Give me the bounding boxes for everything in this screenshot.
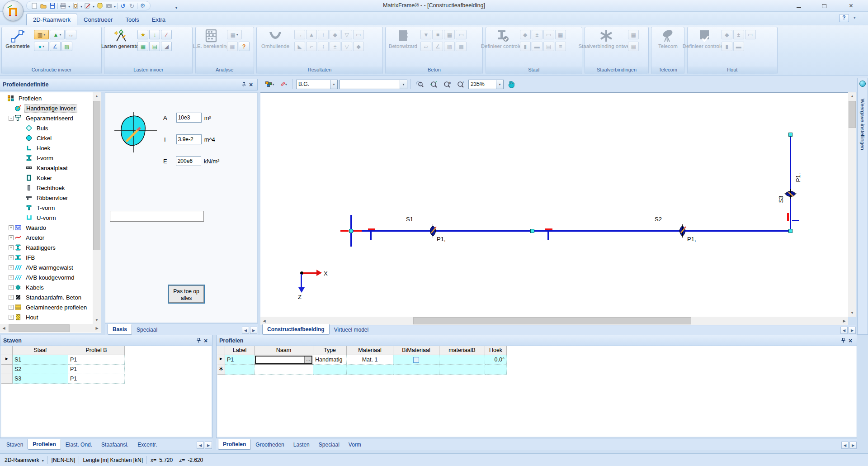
tab-construeer[interactable]: Construeer — [77, 14, 119, 26]
zoom-window-button[interactable] — [414, 79, 426, 90]
e-input[interactable] — [176, 156, 201, 166]
tree-item-rechthoek[interactable]: Rechthoek — [0, 183, 92, 193]
combo-dropdown-icon[interactable] — [400, 80, 407, 89]
member-s3-line[interactable] — [790, 135, 791, 231]
support-button[interactable] — [50, 30, 65, 39]
help-button[interactable]: ? — [839, 14, 849, 22]
tab-scroll-right-icon[interactable]: ▶ — [849, 442, 857, 449]
tab-speciaal-2[interactable]: Speciaal — [314, 440, 344, 450]
tab-scroll-right-icon[interactable]: ▶ — [205, 442, 212, 449]
close-panel-icon[interactable] — [847, 337, 854, 344]
zoom-level-combo[interactable]: 235% — [468, 80, 504, 89]
member-s1-s2-line[interactable] — [351, 230, 791, 232]
drawing-canvas[interactable]: S1 P1, S2 P1, S3 P1, X Z — [260, 92, 848, 317]
profile-select-button[interactable] — [34, 30, 49, 39]
tab-tools[interactable]: Tools — [119, 14, 145, 26]
tab-grootheden[interactable]: Grootheden — [251, 440, 288, 450]
close-panel-icon[interactable] — [247, 81, 255, 88]
tree-item-cirkel[interactable]: Cirkel — [0, 133, 92, 143]
hout-profile-button[interactable] — [745, 30, 756, 39]
tab-basis[interactable]: Basis — [108, 324, 132, 335]
expand-icon[interactable] — [9, 285, 14, 290]
connection-type2-button[interactable] — [628, 42, 639, 51]
table-row[interactable]: S2 P1 — [1, 365, 211, 374]
a-input[interactable] — [176, 113, 202, 123]
bimateriaal-checkbox[interactable] — [413, 357, 419, 363]
pin-icon[interactable] — [240, 81, 247, 88]
table-row[interactable]: S3 P1 — [1, 374, 211, 384]
le-berekening-button[interactable]: L.E. berekening — [197, 28, 225, 49]
expand-icon[interactable] — [9, 305, 14, 310]
tab-virtueel-model[interactable]: Virtueel model — [330, 325, 373, 335]
profile-marker-s1[interactable] — [429, 226, 436, 236]
staalverbinding-ontwerp-button[interactable]: Staalverbinding ontwerp — [586, 28, 626, 49]
tab-excentr[interactable]: Excentr. — [133, 440, 161, 450]
tree-item-waardo[interactable]: Waardo — [0, 223, 92, 233]
beton-angle-button[interactable] — [432, 42, 443, 51]
table-new-row[interactable] — [217, 365, 856, 375]
canvas-horizontal-scrollbar[interactable]: ◀ ▶ — [260, 317, 848, 325]
canvas-vscroll-thumb[interactable] — [849, 101, 856, 128]
tree-item-kabels[interactable]: Kabels — [0, 282, 92, 292]
result-displacement-button[interactable] — [294, 30, 305, 39]
beton-mesh-button[interactable] — [444, 42, 455, 51]
combo-dropdown-icon[interactable] — [496, 80, 503, 89]
redline-tool-button[interactable]: ✎ — [278, 79, 289, 90]
scroll-right-icon[interactable]: ▶ — [840, 317, 848, 325]
node[interactable] — [788, 229, 793, 233]
display-options-button[interactable] — [264, 79, 276, 90]
tab-scroll-left-icon[interactable]: ◀ — [197, 442, 204, 449]
staal-buckling-button[interactable] — [520, 30, 531, 39]
node-button[interactable] — [34, 42, 49, 51]
result-moment-button[interactable] — [306, 30, 317, 39]
tree-item-gelamineerde-profielen[interactable]: Gelamineerde profielen — [0, 302, 92, 312]
canvas-hscroll-thumb[interactable] — [413, 317, 691, 324]
beton-reinforce-button[interactable] — [444, 30, 455, 39]
hout-column-button[interactable] — [722, 42, 732, 51]
staal-chart-button[interactable] — [532, 42, 542, 51]
staal-profile-button[interactable] — [543, 30, 554, 39]
plate-button[interactable] — [61, 42, 72, 51]
scroll-up-icon[interactable]: ▲ — [848, 92, 856, 100]
result-normal-button[interactable] — [330, 30, 340, 39]
tab-elast-ond[interactable]: Elast. Ond. — [61, 440, 97, 450]
betonwizard-button[interactable]: Betonwizard — [387, 28, 419, 49]
expand-icon[interactable] — [9, 295, 14, 300]
line-load-button[interactable] — [161, 30, 172, 39]
tab-constructieafbeelding[interactable]: Constructieafbeelding — [262, 324, 330, 335]
tab-staafaansl[interactable]: Staafaansl. — [97, 440, 133, 450]
pin-icon[interactable] — [840, 337, 847, 344]
weergave-instellingen-strip[interactable]: Weergave-instellingen — [857, 78, 868, 335]
beton-check-button[interactable] — [420, 30, 431, 39]
result-envelope-button[interactable] — [353, 42, 364, 51]
scroll-left-icon[interactable]: ◀ — [0, 324, 8, 333]
browse-ellipsis-button[interactable]: ... — [304, 357, 311, 363]
status-mode-dropdown[interactable]: 2D-Raamwerk — [5, 457, 44, 463]
staal-definieer-controles-button[interactable]: Definieer controles — [487, 28, 518, 49]
tab-vorm[interactable]: Vorm — [344, 440, 366, 450]
zoom-plus-button[interactable]: + — [455, 79, 467, 90]
close-button[interactable] — [841, 0, 861, 12]
tree-item-handmatige-invoer[interactable]: Handmatige invoer — [0, 103, 92, 113]
tab-speciaal[interactable]: Speciaal — [132, 325, 162, 335]
combo-dropdown-icon[interactable] — [330, 80, 337, 89]
hout-definieer-controles-button[interactable]: Definieer controles — [689, 28, 720, 49]
result-stress-button[interactable] — [353, 30, 364, 39]
staal-report-button[interactable] — [555, 42, 566, 51]
application-menu-button[interactable] — [3, 0, 24, 21]
result-rotation-button[interactable] — [306, 42, 317, 51]
tree-item-buis[interactable]: Buis — [0, 123, 92, 133]
expand-icon[interactable] — [9, 235, 14, 240]
tree-hscroll-thumb[interactable] — [9, 324, 70, 332]
tree-item-kanaalplaat[interactable]: Kanaalplaat — [0, 163, 92, 173]
node[interactable] — [349, 229, 353, 233]
tab-scroll-left-icon[interactable]: ◀ — [841, 442, 849, 449]
node[interactable] — [788, 133, 793, 137]
tree-item-standaardafm-beton[interactable]: Standaardafm. Beton — [0, 292, 92, 302]
tree-item-u-vorm[interactable]: U-vorm — [0, 213, 92, 223]
close-panel-icon[interactable] — [202, 337, 209, 344]
calc-help-button[interactable] — [239, 42, 250, 51]
tree-item-t-vorm[interactable]: T-vorm — [0, 203, 92, 213]
connection-type1-button[interactable] — [628, 30, 639, 39]
secondary-combo[interactable] — [340, 80, 407, 89]
